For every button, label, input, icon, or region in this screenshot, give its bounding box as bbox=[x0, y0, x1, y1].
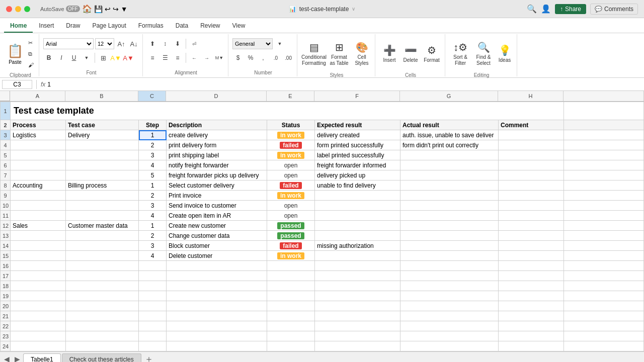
cell-g11[interactable] bbox=[400, 211, 499, 221]
col-header-g[interactable]: G bbox=[400, 91, 498, 101]
tab-data[interactable]: Data bbox=[170, 18, 194, 33]
format-painter-button[interactable]: 🖌 bbox=[26, 60, 36, 70]
cell-c14[interactable]: 3 bbox=[139, 241, 167, 251]
cell-a8[interactable]: Accounting bbox=[11, 180, 66, 191]
copy-button[interactable]: ⧉ bbox=[26, 49, 36, 59]
align-top-button[interactable]: ⬆ bbox=[147, 38, 158, 49]
cell-g10[interactable] bbox=[400, 201, 499, 211]
table-container[interactable]: 1 Test case template 2 Process Test case… bbox=[0, 102, 644, 351]
comments-button[interactable]: 💬 Comments bbox=[590, 4, 638, 15]
cell-d15[interactable]: Delete customer bbox=[167, 251, 267, 261]
cell-h5[interactable] bbox=[499, 150, 564, 160]
cell-a6[interactable] bbox=[11, 160, 66, 170]
percent-button[interactable]: % bbox=[245, 52, 256, 63]
cell-g7[interactable] bbox=[400, 170, 499, 180]
number-format-select[interactable]: General bbox=[232, 38, 273, 49]
cell-e5[interactable]: in work bbox=[267, 150, 315, 160]
autosave-toggle[interactable]: AutoSave OFF bbox=[40, 6, 80, 12]
cell-f11[interactable] bbox=[315, 211, 400, 221]
cell-g8[interactable] bbox=[400, 180, 499, 191]
share-button[interactable]: ↑ Share bbox=[555, 4, 586, 14]
search-icon[interactable]: 🔍 bbox=[527, 4, 537, 14]
title-cell[interactable]: Test case template bbox=[11, 102, 564, 120]
cell-b6[interactable] bbox=[66, 160, 139, 170]
cell-d9[interactable]: Print invoice bbox=[167, 191, 267, 201]
minimize-button[interactable] bbox=[15, 6, 21, 12]
cell-b11[interactable] bbox=[66, 211, 139, 221]
number-format-dropdown[interactable]: ▼ bbox=[274, 38, 285, 49]
find-select-button[interactable]: 🔍 Find &Select bbox=[472, 37, 495, 70]
redo-icon[interactable]: ↪ bbox=[113, 5, 119, 13]
header-comment[interactable]: Comment bbox=[499, 120, 564, 130]
cell-c13[interactable]: 2 bbox=[139, 231, 167, 241]
cell-f6[interactable]: freight forwarder informed bbox=[315, 160, 400, 170]
close-button[interactable] bbox=[6, 6, 12, 12]
col-header-e[interactable]: E bbox=[267, 91, 314, 101]
cell-c5[interactable]: 3 bbox=[139, 150, 167, 160]
cell-g5[interactable] bbox=[400, 150, 499, 160]
customize-icon[interactable]: ▼ bbox=[121, 5, 128, 13]
cell-a10[interactable] bbox=[11, 201, 66, 211]
cell-h7[interactable] bbox=[499, 170, 564, 180]
save-icon[interactable]: 💾 bbox=[94, 5, 103, 13]
wrap-text-button[interactable]: ⏎ bbox=[189, 38, 200, 49]
font-size-select[interactable]: 12 bbox=[95, 38, 114, 49]
cell-b4[interactable] bbox=[66, 140, 139, 150]
cell-h14[interactable] bbox=[499, 241, 564, 251]
cell-a4[interactable] bbox=[11, 140, 66, 150]
cell-b5[interactable] bbox=[66, 150, 139, 160]
cell-a15[interactable] bbox=[11, 251, 66, 261]
cell-c12[interactable]: 1 bbox=[139, 221, 167, 231]
tab-page-layout[interactable]: Page Layout bbox=[86, 18, 132, 33]
home-icon[interactable]: 🏠 bbox=[82, 4, 92, 14]
font-family-select[interactable]: Arial bbox=[43, 38, 94, 49]
cell-h15[interactable] bbox=[499, 251, 564, 261]
align-middle-button[interactable]: ↕ bbox=[159, 38, 171, 49]
header-process[interactable]: Process bbox=[11, 120, 66, 130]
cell-b9[interactable] bbox=[66, 191, 139, 201]
cell-e12[interactable]: passed bbox=[267, 221, 315, 231]
cell-g3[interactable]: auth. issue, unable to save deliver bbox=[400, 130, 499, 140]
tab-draw[interactable]: Draw bbox=[60, 18, 86, 33]
cell-d13[interactable]: Change customer data bbox=[167, 231, 267, 241]
cell-a3[interactable]: Logistics bbox=[11, 130, 66, 140]
header-description[interactable]: Description bbox=[167, 120, 267, 130]
comma-button[interactable]: , bbox=[258, 52, 269, 63]
cell-reference-box[interactable] bbox=[2, 80, 32, 89]
cell-h9[interactable] bbox=[499, 191, 564, 201]
add-sheet-button[interactable]: ＋ bbox=[142, 353, 155, 363]
cell-b12[interactable]: Customer master data bbox=[66, 221, 139, 231]
underline-button[interactable]: U bbox=[68, 52, 79, 63]
cell-e6[interactable]: open bbox=[267, 160, 315, 170]
cell-f5[interactable]: label printed successfully bbox=[315, 150, 400, 160]
sheet-tab-tabelle1[interactable]: Tabelle1 bbox=[23, 353, 61, 363]
col-header-b[interactable]: B bbox=[65, 91, 138, 101]
cell-d12[interactable]: Create new customer bbox=[167, 221, 267, 231]
tab-review[interactable]: Review bbox=[194, 18, 226, 33]
cell-h13[interactable] bbox=[499, 231, 564, 241]
cell-a14[interactable] bbox=[11, 241, 66, 251]
format-cells-button[interactable]: ⚙ Format bbox=[422, 37, 442, 70]
cell-d5[interactable]: print shipping label bbox=[167, 150, 267, 160]
cell-f14[interactable]: missing authorization bbox=[315, 241, 400, 251]
cell-c9[interactable]: 2 bbox=[139, 191, 167, 201]
tab-insert[interactable]: Insert bbox=[33, 18, 60, 33]
cell-styles-button[interactable]: 🎨 CellStyles bbox=[352, 37, 372, 70]
cell-e7[interactable]: open bbox=[267, 170, 315, 180]
cell-a7[interactable] bbox=[11, 170, 66, 180]
cell-e3[interactable]: in work bbox=[267, 130, 315, 140]
maximize-button[interactable] bbox=[24, 6, 30, 12]
cell-a9[interactable] bbox=[11, 191, 66, 201]
cell-b15[interactable] bbox=[66, 251, 139, 261]
increase-font-button[interactable]: A↑ bbox=[116, 38, 127, 49]
cell-e15[interactable]: in work bbox=[267, 251, 315, 261]
formula-input[interactable] bbox=[47, 81, 642, 88]
cell-f4[interactable]: form printed successfully bbox=[315, 140, 400, 150]
align-right-button[interactable]: ≡ bbox=[172, 52, 183, 63]
cell-c10[interactable]: 3 bbox=[139, 201, 167, 211]
cell-e14[interactable]: failed bbox=[267, 241, 315, 251]
cell-b8[interactable]: Billing process bbox=[66, 180, 139, 191]
cell-h8[interactable] bbox=[499, 180, 564, 191]
cell-b7[interactable] bbox=[66, 170, 139, 180]
border-button[interactable]: ⊞ bbox=[98, 52, 109, 63]
